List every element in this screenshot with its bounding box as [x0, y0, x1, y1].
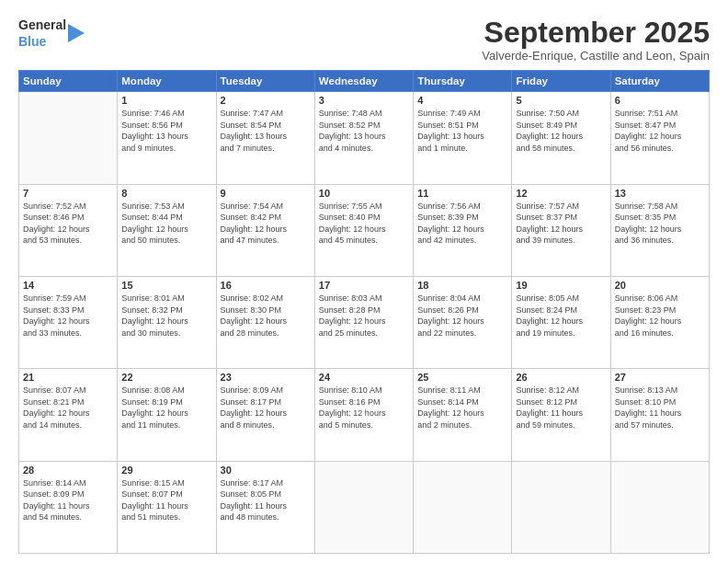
day-cell [512, 461, 610, 553]
day-cell: 16Sunrise: 8:02 AM Sunset: 8:30 PM Dayli… [216, 276, 314, 368]
day-number: 17 [319, 280, 409, 291]
week-row-1: 7Sunrise: 7:52 AM Sunset: 8:46 PM Daylig… [19, 184, 710, 276]
day-number: 18 [417, 280, 507, 291]
day-number: 14 [23, 280, 113, 291]
day-cell: 9Sunrise: 7:54 AM Sunset: 8:42 PM Daylig… [216, 184, 314, 276]
day-cell: 3Sunrise: 7:48 AM Sunset: 8:52 PM Daylig… [314, 92, 413, 184]
day-detail: Sunrise: 8:11 AM Sunset: 8:14 PM Dayligh… [417, 385, 507, 431]
day-number: 5 [516, 95, 606, 106]
day-number: 16 [221, 280, 311, 291]
day-cell: 8Sunrise: 7:53 AM Sunset: 8:44 PM Daylig… [118, 184, 216, 276]
day-cell: 13Sunrise: 7:58 AM Sunset: 8:35 PM Dayli… [610, 184, 709, 276]
day-detail: Sunrise: 8:08 AM Sunset: 8:19 PM Dayligh… [121, 385, 211, 431]
day-detail: Sunrise: 8:02 AM Sunset: 8:30 PM Dayligh… [221, 293, 311, 339]
day-number: 21 [23, 372, 113, 383]
header: General Blue September 2025 Valverde-Enr… [18, 17, 710, 63]
day-cell: 5Sunrise: 7:50 AM Sunset: 8:49 PM Daylig… [512, 92, 610, 184]
logo-blue: Blue [18, 33, 66, 50]
day-detail: Sunrise: 8:13 AM Sunset: 8:10 PM Dayligh… [615, 385, 705, 431]
day-detail: Sunrise: 8:04 AM Sunset: 8:26 PM Dayligh… [417, 293, 507, 339]
day-detail: Sunrise: 7:52 AM Sunset: 8:46 PM Dayligh… [23, 201, 113, 247]
day-detail: Sunrise: 7:58 AM Sunset: 8:35 PM Dayligh… [615, 201, 705, 247]
day-cell: 1Sunrise: 7:46 AM Sunset: 8:56 PM Daylig… [118, 92, 216, 184]
day-number: 3 [319, 95, 409, 106]
day-number: 20 [615, 280, 705, 291]
week-row-4: 28Sunrise: 8:14 AM Sunset: 8:09 PM Dayli… [19, 461, 710, 553]
week-row-2: 14Sunrise: 7:59 AM Sunset: 8:33 PM Dayli… [19, 276, 710, 368]
day-number: 2 [221, 95, 311, 106]
day-cell: 11Sunrise: 7:56 AM Sunset: 8:39 PM Dayli… [414, 184, 512, 276]
day-detail: Sunrise: 7:50 AM Sunset: 8:49 PM Dayligh… [516, 108, 606, 154]
day-number: 12 [516, 188, 606, 199]
day-detail: Sunrise: 7:54 AM Sunset: 8:42 PM Dayligh… [221, 201, 311, 247]
day-number: 30 [221, 465, 311, 476]
day-detail: Sunrise: 7:47 AM Sunset: 8:54 PM Dayligh… [221, 108, 311, 154]
col-tuesday: Tuesday [216, 71, 314, 92]
day-cell: 2Sunrise: 7:47 AM Sunset: 8:54 PM Daylig… [216, 92, 314, 184]
day-detail: Sunrise: 7:55 AM Sunset: 8:40 PM Dayligh… [319, 201, 409, 247]
day-cell: 14Sunrise: 7:59 AM Sunset: 8:33 PM Dayli… [19, 276, 118, 368]
col-wednesday: Wednesday [314, 71, 413, 92]
day-cell: 10Sunrise: 7:55 AM Sunset: 8:40 PM Dayli… [314, 184, 413, 276]
day-cell [414, 461, 512, 553]
day-detail: Sunrise: 8:15 AM Sunset: 8:07 PM Dayligh… [121, 477, 211, 523]
day-detail: Sunrise: 7:49 AM Sunset: 8:51 PM Dayligh… [417, 108, 507, 154]
week-row-0: 1Sunrise: 7:46 AM Sunset: 8:56 PM Daylig… [19, 92, 710, 184]
day-number: 11 [417, 188, 507, 199]
day-number: 7 [23, 188, 113, 199]
day-cell [314, 461, 413, 553]
day-number: 13 [615, 188, 705, 199]
day-number: 25 [417, 372, 507, 383]
day-detail: Sunrise: 7:53 AM Sunset: 8:44 PM Dayligh… [121, 201, 211, 247]
col-friday: Friday [512, 71, 610, 92]
day-number: 24 [319, 372, 409, 383]
day-detail: Sunrise: 7:51 AM Sunset: 8:47 PM Dayligh… [615, 108, 705, 154]
day-cell: 25Sunrise: 8:11 AM Sunset: 8:14 PM Dayli… [414, 369, 512, 461]
day-cell: 7Sunrise: 7:52 AM Sunset: 8:46 PM Daylig… [19, 184, 118, 276]
day-cell: 27Sunrise: 8:13 AM Sunset: 8:10 PM Dayli… [610, 369, 709, 461]
day-cell: 19Sunrise: 8:05 AM Sunset: 8:24 PM Dayli… [512, 276, 610, 368]
day-cell: 24Sunrise: 8:10 AM Sunset: 8:16 PM Dayli… [314, 369, 413, 461]
day-number: 9 [221, 188, 311, 199]
day-number: 6 [615, 95, 705, 106]
day-number: 29 [121, 465, 211, 476]
day-detail: Sunrise: 8:07 AM Sunset: 8:21 PM Dayligh… [23, 385, 113, 431]
week-row-3: 21Sunrise: 8:07 AM Sunset: 8:21 PM Dayli… [19, 369, 710, 461]
day-number: 4 [417, 95, 507, 106]
day-cell: 26Sunrise: 8:12 AM Sunset: 8:12 PM Dayli… [512, 369, 610, 461]
day-cell: 30Sunrise: 8:17 AM Sunset: 8:05 PM Dayli… [216, 461, 314, 553]
day-number: 10 [319, 188, 409, 199]
day-cell: 21Sunrise: 8:07 AM Sunset: 8:21 PM Dayli… [19, 369, 118, 461]
day-cell: 28Sunrise: 8:14 AM Sunset: 8:09 PM Dayli… [19, 461, 118, 553]
day-number: 22 [121, 372, 211, 383]
day-cell: 29Sunrise: 8:15 AM Sunset: 8:07 PM Dayli… [118, 461, 216, 553]
day-detail: Sunrise: 8:17 AM Sunset: 8:05 PM Dayligh… [221, 477, 311, 523]
day-detail: Sunrise: 8:06 AM Sunset: 8:23 PM Dayligh… [615, 293, 705, 339]
subtitle: Valverde-Enrique, Castille and Leon, Spa… [482, 49, 710, 63]
day-number: 8 [121, 188, 211, 199]
day-number: 26 [516, 372, 606, 383]
day-cell [610, 461, 709, 553]
col-monday: Monday [118, 71, 216, 92]
day-number: 28 [23, 465, 113, 476]
day-detail: Sunrise: 8:03 AM Sunset: 8:28 PM Dayligh… [319, 293, 409, 339]
day-number: 27 [615, 372, 705, 383]
day-cell [19, 92, 118, 184]
day-detail: Sunrise: 7:46 AM Sunset: 8:56 PM Dayligh… [121, 108, 211, 154]
col-saturday: Saturday [610, 71, 709, 92]
col-thursday: Thursday [414, 71, 512, 92]
header-row: Sunday Monday Tuesday Wednesday Thursday… [19, 71, 710, 92]
page: General Blue September 2025 Valverde-Enr… [0, 0, 728, 563]
day-cell: 23Sunrise: 8:09 AM Sunset: 8:17 PM Dayli… [216, 369, 314, 461]
day-cell: 12Sunrise: 7:57 AM Sunset: 8:37 PM Dayli… [512, 184, 610, 276]
day-cell: 6Sunrise: 7:51 AM Sunset: 8:47 PM Daylig… [610, 92, 709, 184]
day-detail: Sunrise: 8:05 AM Sunset: 8:24 PM Dayligh… [516, 293, 606, 339]
svg-marker-0 [68, 24, 85, 42]
day-cell: 17Sunrise: 8:03 AM Sunset: 8:28 PM Dayli… [314, 276, 413, 368]
day-number: 1 [121, 95, 211, 106]
logo-arrow-icon [68, 20, 85, 46]
day-cell: 4Sunrise: 7:49 AM Sunset: 8:51 PM Daylig… [414, 92, 512, 184]
day-detail: Sunrise: 8:09 AM Sunset: 8:17 PM Dayligh… [221, 385, 311, 431]
day-cell: 18Sunrise: 8:04 AM Sunset: 8:26 PM Dayli… [414, 276, 512, 368]
day-detail: Sunrise: 8:14 AM Sunset: 8:09 PM Dayligh… [23, 477, 113, 523]
